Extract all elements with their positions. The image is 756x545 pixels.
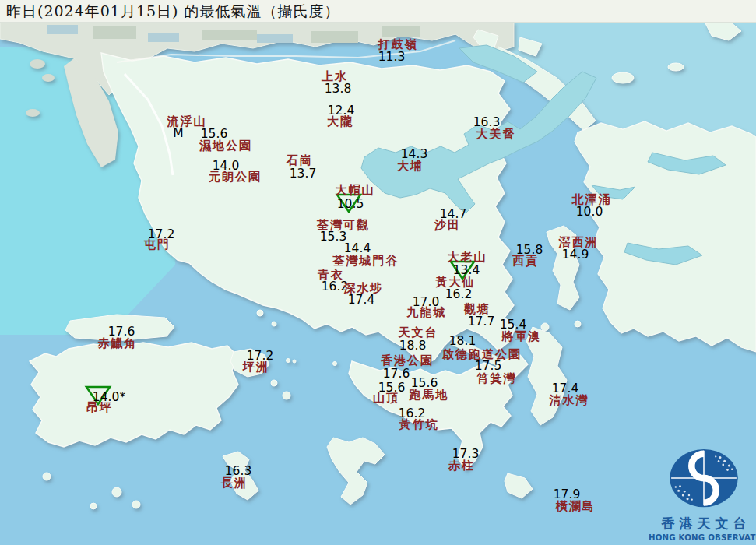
station-name-label: 赤柱 bbox=[448, 459, 475, 473]
station-name-label: 九龍城 bbox=[407, 305, 447, 320]
station-value: 13.8 bbox=[325, 82, 352, 96]
station-name-label: 石崗 bbox=[287, 153, 313, 168]
station-name-label: 將軍澳 bbox=[502, 329, 542, 344]
station-name-label: 荃灣可觀 bbox=[317, 218, 370, 233]
station-name-label: 元朗公園 bbox=[209, 170, 262, 185]
station-name-label: 大埔 bbox=[397, 159, 424, 174]
hko-logo-icon bbox=[665, 448, 743, 511]
station-value: 11.3 bbox=[378, 50, 406, 64]
station-value: 17.6 bbox=[383, 367, 410, 381]
hko-logo: 香港天文台 HONG KONG OBSERVATORY bbox=[649, 448, 756, 542]
station-name-label: 滘西洲 bbox=[559, 235, 599, 250]
station-name-label: 荃灣城門谷 bbox=[333, 254, 399, 269]
station-name-label: 濕地公園 bbox=[199, 139, 252, 153]
station-value: 10.5 bbox=[337, 197, 364, 211]
station-name-label: 深水埗 bbox=[344, 281, 384, 296]
station-name-label: 天文台 bbox=[399, 325, 438, 340]
hong-kong-map bbox=[0, 0, 756, 545]
station-name-label: 長洲 bbox=[221, 476, 248, 490]
station-name-label: 筲箕灣 bbox=[477, 371, 517, 386]
hko-min-temp-map-screenshot: 昨日(2024年01月15日) 的最低氣溫（攝氏度） 11.3打鼓嶺13.8上水… bbox=[0, 0, 756, 545]
station-name-label: 大美督 bbox=[476, 127, 516, 142]
map-title: 昨日(2024年01月15日) 的最低氣溫（攝氏度） bbox=[6, 0, 340, 22]
station-name-label: 黃大仙 bbox=[436, 275, 476, 290]
hko-logo-chinese-name: 香港天文台 bbox=[649, 515, 756, 533]
station-name-label: 觀塘 bbox=[464, 302, 491, 317]
station-name-label: 屯門 bbox=[144, 237, 171, 252]
hko-logo-english-name: HONG KONG OBSERVATORY bbox=[649, 533, 756, 542]
station-name-label: 打鼓嶺 bbox=[378, 37, 418, 52]
station-name-label: 上水 bbox=[322, 69, 348, 84]
station-name-label: 香港公園 bbox=[381, 353, 434, 368]
station-value: 13.7 bbox=[290, 167, 317, 181]
station-name-label: 跑馬地 bbox=[410, 388, 449, 403]
station-value: 18.1 bbox=[449, 334, 476, 348]
station-name-label: 青衣 bbox=[318, 268, 344, 283]
station-name-label: 西貢 bbox=[512, 254, 539, 269]
station-name-label: 山頂 bbox=[373, 391, 399, 406]
station-value: 17.7 bbox=[468, 315, 495, 329]
station-value: 14.9 bbox=[562, 248, 589, 262]
station-name-label: 北潭涌 bbox=[572, 192, 612, 207]
station-name-label: 赤鱲角 bbox=[98, 336, 138, 351]
station-name-label: 昂坪 bbox=[86, 400, 113, 415]
station-name-label: 清水灣 bbox=[550, 393, 589, 408]
station-name-label: 大隴 bbox=[327, 114, 353, 129]
station-name-label: 大老山 bbox=[448, 250, 487, 265]
station-name-label: 沙田 bbox=[434, 218, 461, 233]
station-name-label: 黃竹坑 bbox=[399, 417, 439, 432]
station-name-label: 坪洲 bbox=[243, 360, 269, 374]
station-value: 10.0 bbox=[576, 205, 603, 219]
station-name-label: 橫瀾島 bbox=[556, 499, 596, 514]
station-value: 16.2 bbox=[445, 287, 473, 301]
station-name-label: 大帽山 bbox=[336, 183, 375, 198]
station-value: 18.8 bbox=[399, 339, 427, 353]
